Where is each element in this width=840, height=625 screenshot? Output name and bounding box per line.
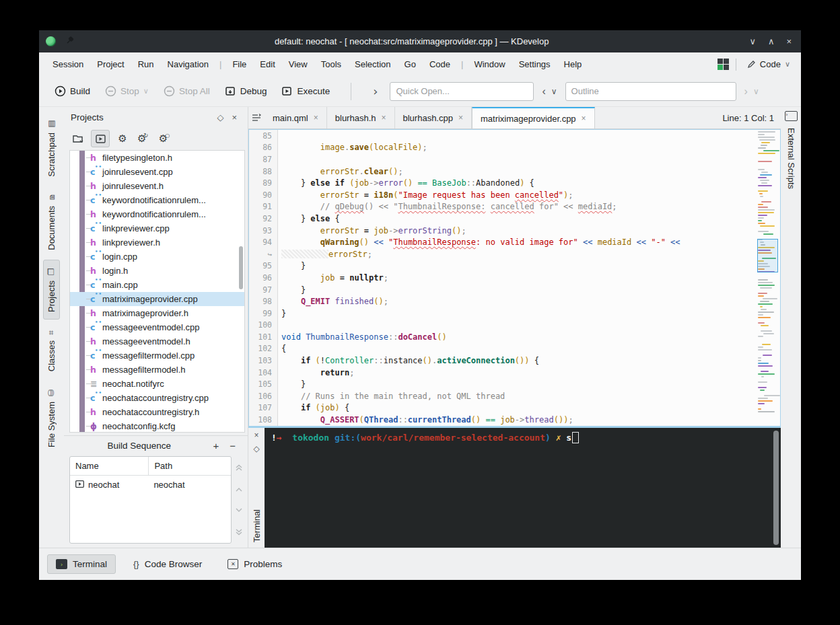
tree-item-messagefiltermodel-cpp[interactable]: cmessagefiltermodel.cpp [70, 348, 244, 363]
menu-selection[interactable]: Selection [348, 56, 397, 73]
editor-tab-matriximageprovider-cpp[interactable]: matriximageprovider.cpp× [472, 107, 595, 128]
tree-item-keywordnotificationrulem-[interactable]: ckeywordnotificationrulem... [70, 193, 244, 207]
editor-minimap[interactable] [757, 131, 778, 425]
tree-item-joinrulesevent-h[interactable]: hjoinrulesevent.h [70, 179, 244, 193]
menu-tools[interactable]: Tools [314, 56, 348, 73]
stop-all-button[interactable]: Stop All [158, 81, 216, 101]
editor-tab-blurhash-cpp[interactable]: blurhash.cpp× [395, 107, 472, 128]
menu-navigation[interactable]: Navigation [161, 56, 215, 73]
editor-tab-main-qml[interactable]: main.qml× [265, 107, 327, 128]
tree-item-linkpreviewer-cpp[interactable]: clinkpreviewer.cpp [70, 221, 244, 235]
code-area-menu[interactable]: Code ∨ [743, 57, 794, 72]
stop-button[interactable]: Stop ∨ [99, 81, 155, 101]
tab-external-scripts[interactable]: External Scripts [785, 125, 798, 192]
document-list-icon[interactable] [248, 107, 265, 128]
detach-terminal-icon[interactable]: ◇ [253, 444, 259, 457]
project-filter-icon[interactable]: ⚙○ [157, 131, 174, 147]
open-project-icon[interactable] [69, 131, 87, 147]
debug-button[interactable]: Debug [219, 81, 273, 101]
menu-code[interactable]: Code [423, 56, 457, 73]
bottom-tab-terminal[interactable]: ›Terminal [47, 554, 116, 574]
tab-projects[interactable]: Projects❐ [43, 260, 60, 320]
tab-file-system[interactable]: File System⛁ [44, 381, 59, 454]
quick-open-expand-icon[interactable]: › [366, 84, 384, 98]
tree-item-neochataccountregistry-h[interactable]: hneochataccountregistry.h [70, 405, 244, 419]
configure-icon[interactable]: ⚙ [114, 131, 131, 147]
reload-project-icon[interactable]: ⚙↻ [135, 131, 153, 147]
editor-tab-blurhash-h[interactable]: blurhash.h× [327, 107, 395, 128]
outline-forward-icon[interactable]: › [744, 85, 748, 98]
add-target-button[interactable]: + [207, 440, 224, 451]
menu-view[interactable]: View [282, 56, 314, 73]
tree-item-login-cpp[interactable]: clogin.cpp [70, 250, 244, 264]
menu-window[interactable]: Window [467, 56, 512, 73]
tree-item-messageeventmodel-h[interactable]: hmessageeventmodel.h [70, 334, 244, 348]
column-header-path[interactable]: Path [149, 457, 231, 475]
tree-item-matriximageprovider-h[interactable]: hmatriximageprovider.h [70, 306, 244, 320]
bottom-tab-code-browser[interactable]: {}Code Browser [125, 555, 210, 573]
build-button[interactable]: Build [48, 81, 96, 101]
outline-back-icon[interactable]: ‹ [542, 85, 545, 98]
tree-item-keywordnotificationrulem-[interactable]: hkeywordnotificationrulem... [70, 207, 244, 221]
menu-session[interactable]: Session [46, 56, 90, 73]
dock-tab-label: Scratchpad [46, 133, 57, 177]
code-editor[interactable]: 8586 image.save(localFile);8788 errorStr… [248, 129, 781, 427]
tree-item-linkpreviewer-h[interactable]: hlinkpreviewer.h [70, 235, 244, 250]
close-terminal-icon[interactable]: × [254, 431, 258, 444]
shade-button[interactable]: ∨ [749, 36, 756, 46]
build-sequence-row[interactable]: neochatneochat [70, 476, 231, 494]
tree-item-matriximageprovider-cpp[interactable]: cmatriximageprovider.cpp [70, 292, 244, 306]
tree-item-messagefiltermodel-h[interactable]: hmessagefiltermodel.h [70, 363, 244, 377]
maximize-button[interactable]: ∧ [768, 36, 775, 46]
tree-item-neochatconfig-kcfg[interactable]: ɸneochatconfig.kcfg [70, 419, 244, 433]
move-bottom-icon[interactable] [235, 529, 243, 536]
close-button[interactable]: × [786, 36, 792, 46]
code-text: errorStr = job->errorString(); [276, 226, 466, 235]
column-header-name[interactable]: Name [70, 457, 149, 475]
move-top-icon[interactable] [235, 464, 243, 471]
titlebar[interactable]: default: neochat - [ neochat:src/matrixi… [39, 30, 801, 52]
outline-forward-dropdown-icon[interactable]: ∨ [753, 87, 759, 96]
menu-file[interactable]: File [225, 56, 253, 73]
execute-button[interactable]: Execute [275, 81, 336, 101]
line-number: 94 [249, 237, 276, 247]
menu-go[interactable]: Go [398, 56, 423, 73]
remove-target-button[interactable]: − [224, 440, 241, 451]
menu-run[interactable]: Run [131, 56, 161, 73]
tab-documents[interactable]: Documents🗈 [44, 186, 59, 257]
bottom-tab-problems[interactable]: ✕Problems [219, 555, 290, 573]
stop-dropdown-icon[interactable]: ∨ [143, 87, 149, 96]
terminal-view[interactable]: !→ tokodon git:(work/carl/remember-selec… [265, 428, 781, 548]
menu-project[interactable]: Project [90, 56, 131, 73]
tree-item-neochataccountregistry-cpp[interactable]: cneochataccountregistry.cpp [70, 391, 244, 405]
pin-icon[interactable] [65, 36, 74, 47]
menu-help[interactable]: Help [557, 56, 589, 73]
code-text: if (!Controller::instance().activeConnec… [276, 356, 539, 365]
quick-open-input[interactable]: Quick Open... [390, 82, 534, 101]
close-tab-icon[interactable]: × [582, 114, 586, 123]
minimap-viewport[interactable] [757, 239, 778, 272]
terminal-scrollbar[interactable] [773, 431, 779, 545]
build-selection-icon[interactable] [91, 130, 110, 147]
detach-panel-icon[interactable]: ◇ [213, 112, 228, 122]
tree-item-filetypesingleton-h[interactable]: hfiletypesingleton.h [70, 151, 244, 165]
tab-classes[interactable]: Classes⌗ [44, 322, 59, 378]
tree-item-main-cpp[interactable]: cmain.cpp [70, 278, 244, 292]
tree-item-messageeventmodel-cpp[interactable]: cmessageeventmodel.cpp [70, 320, 244, 334]
close-tab-icon[interactable]: × [381, 113, 386, 122]
tree-scrollbar[interactable] [239, 246, 243, 289]
outline-dropdown-icon[interactable]: ∨ [551, 87, 557, 96]
tree-item-neochat-notifyrc[interactable]: ≣neochat.notifyrc [70, 377, 244, 391]
tree-item-login-h[interactable]: hlogin.h [70, 264, 244, 278]
outline-input[interactable]: Outline [565, 82, 736, 101]
area-switcher-icon[interactable] [718, 59, 729, 70]
move-up-icon[interactable] [235, 487, 243, 492]
close-panel-icon[interactable]: × [228, 112, 241, 122]
tree-item-joinrulesevent-cpp[interactable]: cjoinrulesevent.cpp [70, 165, 244, 179]
close-tab-icon[interactable]: × [314, 113, 318, 122]
close-tab-icon[interactable]: × [458, 113, 463, 122]
tab-scratchpad[interactable]: Scratchpad▤ [44, 112, 59, 184]
menu-edit[interactable]: Edit [253, 56, 281, 73]
move-down-icon[interactable] [235, 508, 243, 513]
menu-settings[interactable]: Settings [512, 56, 557, 73]
